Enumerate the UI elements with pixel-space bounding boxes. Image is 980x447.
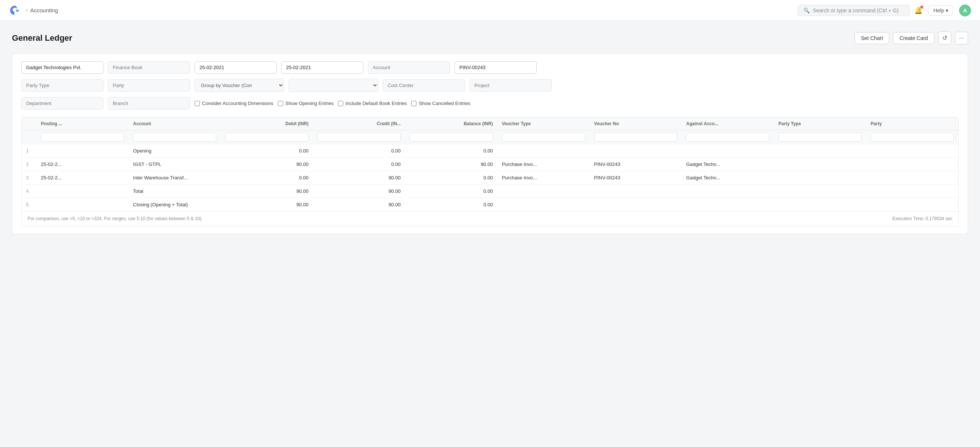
table-row[interactable]: 5 Closing (Opening + Total) 90.00 90.00 … xyxy=(22,198,958,212)
cell-voucher-type xyxy=(498,198,590,212)
table-row[interactable]: 2 25-02-2... IGST - GTPL 90.00 0.00 90.0… xyxy=(22,158,958,171)
breadcrumb-accounting[interactable]: Accounting xyxy=(30,7,58,13)
cell-account: Total xyxy=(129,185,221,198)
create-card-button[interactable]: Create Card xyxy=(893,32,934,44)
col-voucher-type[interactable]: Voucher Type xyxy=(498,117,590,131)
more-options-button[interactable]: ··· xyxy=(955,32,968,45)
to-date-input[interactable] xyxy=(281,61,363,73)
col-voucher-no[interactable]: Voucher No xyxy=(590,117,682,131)
cell-against-account xyxy=(682,144,774,158)
account-input[interactable] xyxy=(368,61,450,73)
filter-account[interactable] xyxy=(133,133,216,142)
filter-debit[interactable] xyxy=(225,133,309,142)
include-default-checkbox-group[interactable]: Include Default Book Entries xyxy=(338,101,407,106)
from-date-input[interactable] xyxy=(194,61,277,73)
cell-party-type xyxy=(774,198,866,212)
filter-row-3: Consider Accounting Dimensions Show Open… xyxy=(21,97,959,110)
show-opening-checkbox[interactable] xyxy=(278,101,283,106)
table-footer: For comparison, use >5, <10 or =324. For… xyxy=(22,211,958,226)
finance-book-input[interactable] xyxy=(108,61,190,73)
cell-balance: 0.00 xyxy=(405,198,498,212)
table-footer-hint: For comparison, use >5, <10 or =324. For… xyxy=(28,216,203,221)
filter-posting-date[interactable] xyxy=(41,133,124,142)
project-input[interactable] xyxy=(469,79,552,91)
voucher-no-input[interactable] xyxy=(455,61,537,73)
show-cancelled-checkbox[interactable] xyxy=(411,101,417,106)
show-cancelled-checkbox-group[interactable]: Show Cancelled Entries xyxy=(411,101,470,106)
filter-voucher-no[interactable] xyxy=(594,133,678,142)
group-by-select[interactable]: Group by Voucher (Con xyxy=(194,79,284,92)
filter-balance[interactable] xyxy=(410,133,493,142)
col-credit[interactable]: Credit (IN... xyxy=(313,117,405,131)
breadcrumb: > Accounting xyxy=(25,7,58,13)
filter-party-type[interactable] xyxy=(778,133,862,142)
cell-party-type xyxy=(774,144,866,158)
cost-center-input[interactable] xyxy=(383,79,465,91)
filter-card: Group by Voucher (Con Consider Accountin… xyxy=(12,53,968,234)
cell-debit: 90.00 xyxy=(221,198,313,212)
filter-against-account[interactable] xyxy=(686,133,769,142)
refresh-button[interactable]: ↺ xyxy=(938,31,951,45)
company-input[interactable] xyxy=(21,61,103,73)
cell-party-type xyxy=(774,171,866,185)
cell-against-account: Gadget Techn... xyxy=(682,171,774,185)
cell-party xyxy=(866,158,958,171)
col-posting-date[interactable]: Posting ... xyxy=(36,117,129,131)
include-default-label: Include Default Book Entries xyxy=(345,101,407,106)
party-type-input[interactable] xyxy=(21,79,103,91)
cell-balance: 0.00 xyxy=(405,185,498,198)
consider-accounting-checkbox-group[interactable]: Consider Accounting Dimensions xyxy=(194,101,274,106)
notification-button[interactable]: 🔔 xyxy=(914,6,923,14)
cell-against-account xyxy=(682,198,774,212)
cell-account: IGST - GTPL xyxy=(129,158,221,171)
table-header-row: Posting ... Account Debit (INR) Credit (… xyxy=(22,117,958,131)
filter-credit[interactable] xyxy=(317,133,401,142)
col-party[interactable]: Party xyxy=(866,117,958,131)
consider-accounting-checkbox[interactable] xyxy=(194,101,200,106)
show-opening-label: Show Opening Entries xyxy=(285,101,334,106)
cell-credit: 90.00 xyxy=(313,171,405,185)
col-account[interactable]: Account xyxy=(129,117,221,131)
cell-voucher-no: PINV-00243 xyxy=(590,158,682,171)
table-row[interactable]: 1 Opening 0.00 0.00 0.00 xyxy=(22,144,958,158)
cell-credit: 90.00 xyxy=(313,185,405,198)
cell-account: Closing (Opening + Total) xyxy=(129,198,221,212)
cell-voucher-type: Purchase Invo... xyxy=(498,158,590,171)
show-opening-checkbox-group[interactable]: Show Opening Entries xyxy=(278,101,334,106)
chevron-down-icon: ▾ xyxy=(946,8,948,13)
col-debit[interactable]: Debit (INR) xyxy=(221,117,313,131)
cell-voucher-no: PINV-00243 xyxy=(590,171,682,185)
branch-input[interactable] xyxy=(108,97,190,110)
cell-voucher-type: Purchase Invo... xyxy=(498,171,590,185)
table-row[interactable]: 3 25-02-2... Inter Warehouse Transf... 0… xyxy=(22,171,958,185)
cell-debit: 90.00 xyxy=(221,158,313,171)
cell-posting-date xyxy=(36,198,129,212)
set-chart-button[interactable]: Set Chart xyxy=(854,32,889,44)
dropdown2-select[interactable] xyxy=(289,79,378,92)
filter-voucher-type[interactable] xyxy=(502,133,585,142)
cell-posting-date: 25-02-2... xyxy=(36,158,129,171)
cell-voucher-type xyxy=(498,185,590,198)
cell-balance: 90.00 xyxy=(405,158,498,171)
col-party-type[interactable]: Party Type xyxy=(774,117,866,131)
consider-accounting-label: Consider Accounting Dimensions xyxy=(202,101,274,106)
search-bar[interactable]: 🔍 Search or type a command (Ctrl + G) xyxy=(798,5,910,16)
party-input[interactable] xyxy=(108,79,190,91)
filter-row-2: Group by Voucher (Con xyxy=(21,79,959,92)
ledger-table: Posting ... Account Debit (INR) Credit (… xyxy=(22,117,958,211)
table-filter-row xyxy=(22,131,958,144)
cell-against-account xyxy=(682,185,774,198)
row-number: 4 xyxy=(22,185,36,198)
include-default-checkbox[interactable] xyxy=(338,101,343,106)
execution-time: Execution Time: 0.179034 sec xyxy=(892,216,952,221)
topnav-actions: 🔔 Help ▾ A xyxy=(914,5,971,16)
cell-account: Inter Warehouse Transf... xyxy=(129,171,221,185)
col-balance[interactable]: Balance (INR) xyxy=(405,117,498,131)
col-against-account[interactable]: Against Acco... xyxy=(682,117,774,131)
col-num xyxy=(22,117,36,131)
department-input[interactable] xyxy=(21,97,103,110)
avatar-button[interactable]: A xyxy=(959,5,971,16)
table-row[interactable]: 4 Total 90.00 90.00 0.00 xyxy=(22,185,958,198)
help-button[interactable]: Help ▾ xyxy=(929,5,953,16)
filter-party[interactable] xyxy=(870,133,954,142)
